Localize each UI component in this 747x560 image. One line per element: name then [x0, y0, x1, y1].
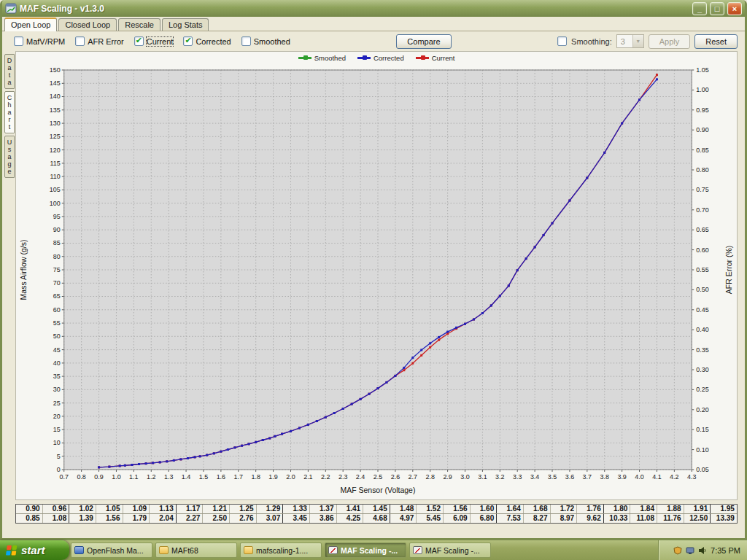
checkbox-box-mafv-rpm[interactable]: [14, 36, 23, 46]
network-icon[interactable]: [686, 546, 694, 555]
table-cell[interactable]: 6.80: [471, 514, 498, 523]
table-cell[interactable]: 2.27: [177, 514, 204, 523]
table-cell[interactable]: 1.48: [390, 505, 417, 513]
chevron-down-icon[interactable]: ▼: [632, 35, 643, 47]
table-cell[interactable]: 1.33: [283, 505, 310, 513]
update-shield-icon[interactable]: [673, 546, 682, 555]
table-cell[interactable]: 9.62: [577, 514, 604, 523]
table-cell[interactable]: 1.60: [471, 505, 498, 513]
table-cell[interactable]: 8.97: [551, 514, 578, 523]
volume-icon[interactable]: [698, 546, 707, 555]
table-cell[interactable]: 1.41: [337, 505, 364, 513]
table-cell[interactable]: 2.04: [150, 514, 177, 523]
side-tab-usage[interactable]: Usage: [4, 136, 15, 178]
maximize-button[interactable]: □: [710, 2, 724, 15]
table-cell[interactable]: 5.45: [417, 514, 444, 523]
table-cell[interactable]: 1.13: [150, 505, 177, 513]
checkbox-afr-error[interactable]: AFR Error: [75, 36, 124, 46]
taskbar-task-mafscaling-1[interactable]: mafscaling-1....: [240, 542, 322, 558]
compare-button[interactable]: Compare: [396, 34, 451, 49]
table-cell[interactable]: 0.85: [16, 514, 43, 523]
table-cell[interactable]: 8.27: [524, 514, 551, 523]
table-cell[interactable]: 3.45: [283, 514, 310, 523]
taskbar-task-maf-scaling[interactable]: MAF Scaling -...: [325, 542, 406, 558]
table-cell[interactable]: 2.76: [230, 514, 257, 523]
checkbox-label-smoothed: Smoothed: [254, 37, 290, 46]
smoothing-checkbox[interactable]: [557, 36, 567, 46]
table-cell[interactable]: 2.50: [203, 514, 230, 523]
table-cell[interactable]: 1.79: [123, 514, 150, 523]
table-cell[interactable]: 1.95: [711, 505, 737, 513]
table-cell[interactable]: 7.53: [497, 514, 524, 523]
table-cell[interactable]: 1.29: [257, 505, 284, 513]
checkbox-box-corrected[interactable]: [183, 36, 193, 46]
table-cell[interactable]: 1.25: [230, 505, 257, 513]
table-cell[interactable]: 1.05: [96, 505, 123, 513]
table-cell[interactable]: 4.97: [390, 514, 417, 523]
svg-text:0.80: 0.80: [696, 166, 708, 174]
table-cell[interactable]: 1.37: [310, 505, 337, 513]
tab-closed-loop[interactable]: Closed Loop: [58, 18, 117, 31]
table-cell[interactable]: 1.45: [363, 505, 390, 513]
content-area: DataChartUsage SmoothedCorrectedCurrent …: [2, 51, 745, 538]
taskbar-task-openflash-ma[interactable]: OpenFlash Ma...: [71, 542, 152, 558]
smoothing-checkbox-box[interactable]: [557, 36, 567, 46]
table-cell[interactable]: 1.68: [524, 505, 551, 513]
table-cell[interactable]: 0.96: [43, 505, 70, 513]
table-cell[interactable]: 1.88: [657, 505, 684, 513]
table-cell[interactable]: 1.72: [551, 505, 578, 513]
table-cell[interactable]: 1.80: [604, 505, 631, 513]
checkbox-box-smoothed[interactable]: [241, 36, 251, 46]
table-cell[interactable]: 11.76: [657, 514, 684, 523]
table-cell[interactable]: 4.68: [363, 514, 390, 523]
smoothing-select[interactable]: 3 ▼: [616, 34, 644, 48]
table-cell[interactable]: 11.08: [630, 514, 657, 523]
table-cell[interactable]: 1.17: [177, 505, 204, 513]
svg-text:2.6: 2.6: [391, 473, 400, 481]
table-cell[interactable]: 1.08: [43, 514, 70, 523]
side-tab-chart[interactable]: Chart: [4, 91, 15, 133]
table-cell[interactable]: 1.21: [203, 505, 230, 513]
checkbox-box-afr-error[interactable]: [75, 36, 85, 46]
table-cell[interactable]: 1.02: [69, 505, 96, 513]
table-cell[interactable]: 1.56: [444, 505, 471, 513]
table-cell[interactable]: 1.91: [684, 505, 711, 513]
table-cell[interactable]: 1.56: [96, 514, 123, 523]
table-cell[interactable]: 12.50: [684, 514, 711, 523]
taskbar-task-maft68[interactable]: MAFt68: [155, 542, 237, 558]
svg-text:0.85: 0.85: [696, 147, 708, 154]
table-cell[interactable]: 0.90: [16, 505, 43, 513]
svg-text:55: 55: [53, 319, 61, 327]
reset-button[interactable]: Reset: [694, 34, 738, 49]
checkbox-smoothed[interactable]: Smoothed: [241, 36, 290, 46]
minimize-button[interactable]: _: [692, 2, 707, 15]
tab-log-stats[interactable]: Log Stats: [162, 18, 209, 31]
table-cell[interactable]: 3.07: [257, 514, 284, 523]
table-cell[interactable]: 1.39: [69, 514, 96, 523]
table-cell[interactable]: 1.64: [497, 505, 524, 513]
start-button[interactable]: start: [0, 540, 69, 560]
table-cell[interactable]: 1.84: [630, 505, 657, 513]
table-cell[interactable]: 3.86: [310, 514, 337, 523]
apply-button[interactable]: Apply: [649, 34, 691, 49]
close-button[interactable]: ×: [727, 2, 742, 15]
taskbar-task-maf-scaling[interactable]: MAF Scaling -...: [409, 542, 491, 558]
side-tab-data[interactable]: Data: [4, 54, 15, 89]
table-cell[interactable]: 1.52: [417, 505, 444, 513]
table-cell[interactable]: 4.25: [337, 514, 364, 523]
table-cell[interactable]: 6.09: [444, 514, 471, 523]
tab-rescale[interactable]: Rescale: [118, 18, 160, 31]
checkbox-box-current[interactable]: [134, 36, 144, 46]
chart-canvas[interactable]: 0.70.80.91.01.11.21.31.41.51.61.71.81.92…: [16, 64, 737, 500]
tab-open-loop[interactable]: Open Loop: [4, 18, 57, 31]
table-cell[interactable]: 1.09: [123, 505, 150, 513]
table-cell[interactable]: 1.76: [577, 505, 604, 513]
svg-text:80: 80: [53, 253, 61, 260]
svg-text:0.45: 0.45: [696, 306, 708, 314]
table-cell[interactable]: 10.33: [604, 514, 631, 523]
checkbox-mafv-rpm[interactable]: MafV/RPM: [14, 36, 65, 46]
checkbox-corrected[interactable]: Corrected: [183, 36, 231, 46]
title-bar[interactable]: MAF Scaling - v1.3.0 _ □ ×: [2, 0, 745, 17]
checkbox-current[interactable]: Current: [134, 36, 174, 46]
table-cell[interactable]: 13.39: [711, 514, 737, 523]
